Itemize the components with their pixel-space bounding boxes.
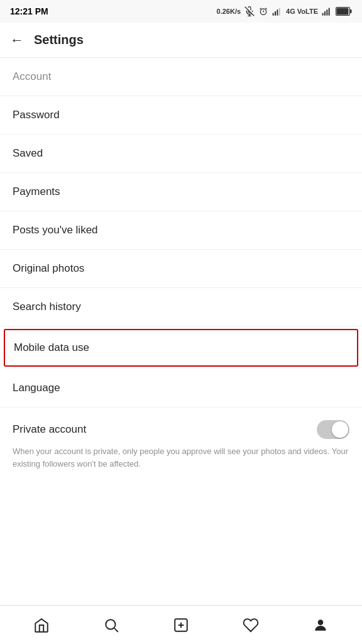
private-account-row: Private account [13, 410, 349, 445]
home-icon [33, 617, 50, 633]
signal-icon-2 [322, 6, 332, 16]
new-post-icon [173, 617, 189, 633]
nav-profile[interactable] [305, 609, 336, 641]
status-bar: 12:21 PM 0.26K/s 4G VoLTE [0, 0, 362, 23]
svg-line-18 [114, 628, 118, 631]
speed-indicator: 0.26K/s [217, 8, 241, 15]
svg-point-22 [318, 619, 324, 625]
nav-search[interactable] [96, 609, 127, 641]
status-icons: 0.26K/s 4G VoLTE [217, 6, 352, 16]
search-icon [103, 617, 119, 633]
settings-list: Account Password Saved Payments Posts yo… [0, 58, 362, 605]
svg-rect-12 [326, 9, 327, 15]
alarm-icon [258, 6, 268, 16]
settings-header: ← Settings [0, 23, 362, 58]
svg-rect-9 [279, 8, 280, 16]
payments-label: Payments [13, 186, 60, 198]
original-photos-label: Original photos [13, 262, 84, 275]
saved-label: Saved [13, 147, 43, 160]
settings-item-original-photos[interactable]: Original photos [0, 250, 362, 288]
posts-liked-label: Posts you've liked [13, 224, 98, 236]
private-account-section: Private account When your account is pri… [0, 408, 362, 480]
private-account-description: When your account is private, only peopl… [13, 445, 349, 480]
battery-icon [336, 7, 352, 16]
language-label: Language [13, 382, 60, 394]
network-type: 4G VoLTE [286, 8, 318, 15]
svg-rect-15 [350, 9, 352, 13]
svg-rect-10 [322, 13, 324, 16]
nav-likes[interactable] [235, 609, 266, 641]
settings-item-mobile-data-use[interactable]: Mobile data use [4, 329, 358, 367]
profile-icon [312, 617, 329, 633]
svg-line-5 [265, 8, 266, 9]
svg-rect-6 [273, 13, 274, 16]
svg-line-4 [260, 8, 261, 9]
settings-item-search-history[interactable]: Search history [0, 288, 362, 326]
nav-home[interactable] [26, 609, 57, 641]
account-label: Account [13, 70, 51, 83]
mobile-data-use-label: Mobile data use [14, 341, 89, 354]
private-account-toggle[interactable] [317, 420, 349, 439]
search-history-label: Search history [13, 301, 81, 313]
settings-item-language[interactable]: Language [0, 369, 362, 408]
password-label: Password [13, 109, 60, 121]
page-title: Settings [34, 33, 84, 47]
settings-item-saved[interactable]: Saved [0, 135, 362, 173]
settings-item-payments[interactable]: Payments [0, 173, 362, 211]
settings-item-posts-liked[interactable]: Posts you've liked [0, 211, 362, 250]
signal-icon [272, 6, 282, 16]
settings-item-account[interactable]: Account [0, 58, 362, 96]
status-time: 12:21 PM [10, 6, 48, 16]
heart-icon [243, 617, 259, 633]
svg-point-17 [106, 619, 115, 629]
svg-rect-8 [277, 9, 278, 15]
nav-new-post[interactable] [165, 609, 197, 641]
settings-item-password[interactable]: Password [0, 96, 362, 135]
svg-rect-11 [324, 11, 326, 16]
svg-rect-16 [337, 8, 349, 15]
private-account-label: Private account [13, 423, 86, 436]
svg-rect-7 [275, 11, 276, 16]
back-button[interactable]: ← [10, 32, 24, 48]
svg-rect-13 [329, 8, 330, 16]
mute-icon [244, 6, 255, 16]
bottom-navigation [0, 605, 362, 644]
toggle-knob [332, 421, 348, 438]
